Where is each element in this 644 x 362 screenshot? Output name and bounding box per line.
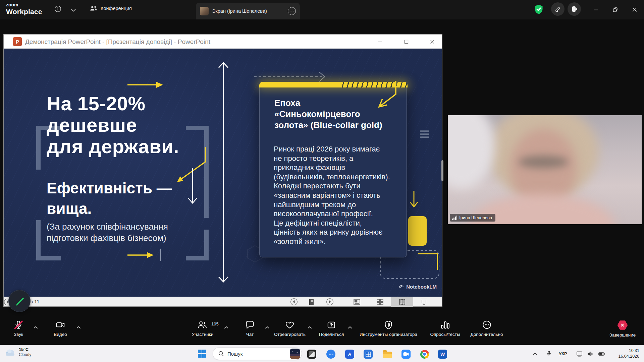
slide-card: Епоха «Синьокомірцевого золота» (Blue-co… — [259, 82, 407, 257]
powerpoint-app-icon: P — [13, 37, 22, 46]
participants-count: 195 — [211, 321, 219, 326]
end-meeting-button[interactable]: ✕ Завершение — [609, 320, 636, 338]
more-button[interactable]: Дополнительно — [470, 320, 503, 337]
tray-date: 16.04.2026 — [618, 354, 639, 359]
host-tools-button[interactable]: Инструменты организатора — [360, 320, 417, 337]
ppt-minimize-button[interactable] — [371, 35, 388, 49]
meeting-toolbar: Звук Видео Участники 195 Чат Отреагирова… — [0, 316, 644, 345]
tray-battery-icon[interactable] — [598, 345, 605, 362]
tray-expand-chevron[interactable] — [533, 345, 537, 362]
minimize-window-button[interactable] — [591, 5, 601, 15]
start-button[interactable] — [198, 350, 206, 358]
taskbar-search[interactable]: Пошук — [213, 347, 302, 360]
chat-button[interactable]: Чат — [245, 320, 255, 337]
slideshow-footer: з 11 — [4, 297, 442, 306]
tray-microphone-icon[interactable] — [546, 345, 552, 362]
tab-conference[interactable]: Конференция — [90, 5, 132, 11]
polls-label: Опросы/тесты — [430, 332, 460, 337]
participants-icon — [198, 320, 208, 329]
participant-name-badge: Ірина Шепелева — [450, 214, 495, 222]
participants-button[interactable]: Участники — [192, 320, 214, 337]
normal-view-button[interactable] — [351, 298, 363, 306]
taskbar-app-zoom[interactable] — [401, 350, 411, 359]
reading-view-button[interactable] — [396, 298, 408, 306]
next-slide-button[interactable] — [324, 298, 335, 306]
notes-menu-button[interactable] — [306, 298, 317, 306]
audio-button[interactable]: Звук — [14, 320, 23, 337]
participant-name: Ірина Шепелева — [459, 215, 492, 220]
tab-screen-share[interactable]: Экран (Ірина Шепелева) — [196, 3, 300, 19]
slideshow-view-button[interactable] — [418, 298, 430, 306]
polls-button[interactable]: Опросы/тесты — [430, 320, 460, 337]
slide-sorter-button[interactable] — [374, 298, 386, 306]
audio-label: Звук — [14, 332, 23, 337]
taskbar-app-chat[interactable] — [326, 350, 335, 359]
video-blur-glasses — [518, 156, 569, 168]
card-body: Ринок праці 2026 року вимагає не просто … — [274, 144, 400, 246]
participants-icon — [90, 5, 97, 11]
chat-label: Чат — [246, 332, 254, 337]
tab-conference-label: Конференция — [101, 6, 132, 11]
audio-options-chevron[interactable] — [34, 324, 38, 330]
tray-pen-display-icon[interactable] — [576, 345, 583, 362]
share-button[interactable]: Поделиться — [319, 320, 344, 337]
tray-time: 10:31 — [618, 348, 639, 354]
search-highlight-image[interactable] — [290, 349, 300, 359]
video-blur-light — [448, 115, 495, 189]
slide-heading: На 15-20% дешевше для держави. — [47, 93, 179, 157]
logo-line-workplace: Workplace — [6, 8, 42, 15]
photos-icon — [309, 351, 315, 357]
polls-bars-icon — [440, 320, 450, 329]
avatar — [200, 7, 209, 15]
annotation-tools-button[interactable] — [8, 290, 31, 312]
ppt-close-button[interactable] — [423, 35, 441, 49]
chevron-down-icon[interactable] — [71, 7, 76, 13]
react-label: Отреагировать — [274, 332, 306, 337]
previous-slide-button[interactable] — [288, 298, 300, 306]
more-ellipsis-icon — [482, 320, 491, 329]
video-options-chevron[interactable] — [76, 324, 81, 330]
tray-clock[interactable]: 10:31 16.04.2026 — [618, 348, 639, 359]
taskbar-app-explorer[interactable] — [383, 350, 392, 359]
ppt-maximize-button[interactable] — [397, 35, 415, 49]
windows-taskbar: 15°C Cloudy Пошук A — [0, 345, 644, 362]
slide-counter: з 11 — [31, 299, 40, 304]
annotate-pencil-button[interactable] — [551, 2, 565, 16]
meeting-info-icon[interactable] — [54, 5, 61, 14]
close-window-button[interactable] — [630, 5, 640, 15]
tab-options-icon[interactable] — [288, 7, 296, 15]
share-options-chevron[interactable] — [348, 324, 352, 330]
slide-subheading: Ефективність — вища. — [47, 178, 172, 219]
weather-temperature: 15°C — [19, 347, 31, 352]
tray-language-indicator[interactable]: УКР — [559, 345, 567, 362]
chat-icon — [245, 320, 255, 329]
scrollbar-thumb[interactable] — [441, 160, 443, 181]
security-shield-icon[interactable] — [534, 4, 543, 16]
taskbar-app-translator[interactable]: A — [345, 350, 354, 359]
powerpoint-window-title: Демонстрація PowerPoint - [Презентація д… — [25, 38, 210, 46]
search-placeholder: Пошук — [227, 351, 286, 357]
pencil-icon — [554, 6, 561, 12]
tray-speaker-icon[interactable] — [587, 345, 593, 362]
participant-video-tile[interactable]: Ірина Шепелева — [448, 115, 642, 224]
taskbar-app-word[interactable]: W — [438, 350, 447, 359]
restore-window-button[interactable] — [610, 5, 620, 15]
taskbar-app-chrome[interactable] — [420, 350, 429, 359]
green-pencil-icon — [13, 295, 25, 307]
participants-options-chevron[interactable] — [224, 324, 228, 330]
taskbar-weather-widget[interactable]: 15°C Cloudy — [4, 347, 31, 357]
video-button[interactable]: Видео — [54, 320, 67, 337]
notebooklm-logo-icon — [398, 284, 404, 290]
taskbar-app-calculator[interactable] — [364, 350, 373, 359]
search-icon — [218, 351, 224, 357]
folder-icon — [383, 352, 392, 358]
powerpoint-titlebar[interactable]: P Демонстрація PowerPoint - [Презентація… — [4, 35, 442, 49]
panel-icon — [571, 6, 578, 12]
react-button[interactable]: Отреагировать — [274, 320, 306, 337]
react-options-chevron[interactable] — [308, 324, 312, 330]
taskbar-app-photos[interactable] — [307, 350, 316, 359]
panel-toggle-button[interactable] — [568, 2, 581, 16]
logo-line-zoom: zoom — [6, 2, 42, 7]
chat-options-chevron[interactable] — [265, 324, 269, 330]
zoom-workplace-window: zoom Workplace Конференция Экран (Ірина … — [0, 0, 644, 362]
